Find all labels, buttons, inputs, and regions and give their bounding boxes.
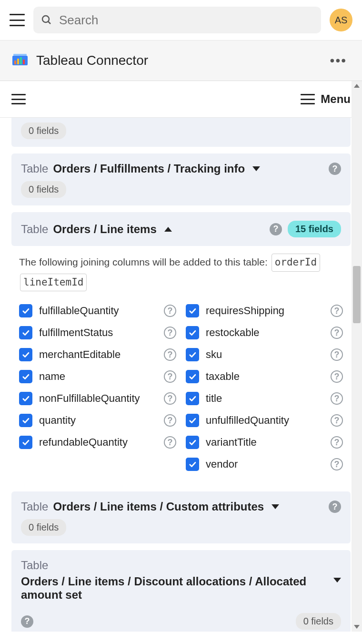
field-label: sku	[206, 348, 324, 361]
help-icon[interactable]: ?	[329, 163, 341, 175]
scrollbar-thumb[interactable]	[353, 266, 361, 323]
scroll-up-arrow-icon[interactable]	[352, 81, 362, 91]
field-count-badge: 0 fields	[21, 519, 66, 536]
field-checkbox[interactable]	[186, 436, 199, 449]
field-row: nonFulfillableQuantity?	[19, 388, 176, 409]
help-icon[interactable]: ?	[331, 414, 343, 427]
field-row: quantity?	[19, 409, 176, 431]
help-icon[interactable]: ?	[270, 223, 282, 235]
field-row: name?	[19, 366, 176, 388]
help-icon[interactable]: ?	[331, 458, 343, 470]
help-icon[interactable]: ?	[164, 436, 176, 449]
app-bar: Tableau Connector •••	[0, 40, 362, 81]
field-label: variantTitle	[206, 436, 324, 449]
svg-rect-5	[20, 57, 22, 64]
field-checkbox[interactable]	[19, 436, 32, 449]
table-header[interactable]: Table Orders / Fulfillments / Tracking i…	[11, 153, 351, 181]
field-row: sku?	[186, 344, 343, 366]
top-header: AS	[0, 0, 362, 40]
help-icon[interactable]: ?	[331, 327, 343, 339]
field-row: fulfillmentStatus?	[19, 322, 176, 344]
help-icon[interactable]: ?	[164, 392, 176, 405]
tables-area: 0 fields Table Orders / Fulfillments / T…	[0, 118, 362, 632]
field-count-badge: 0 fields	[296, 613, 341, 630]
help-icon[interactable]: ?	[164, 305, 176, 317]
join-columns-note: The following joining columns will be ad…	[17, 253, 345, 298]
search-icon	[41, 14, 52, 26]
svg-line-1	[48, 21, 50, 24]
field-checkbox[interactable]	[19, 414, 32, 427]
help-icon[interactable]: ?	[164, 348, 176, 361]
search-input[interactable]	[59, 13, 313, 28]
help-icon[interactable]: ?	[331, 370, 343, 383]
field-checkbox[interactable]	[19, 370, 32, 383]
help-icon[interactable]: ?	[164, 327, 176, 339]
table-header[interactable]: Table Orders / Line items / Custom attri…	[11, 491, 351, 519]
scroll-down-arrow-icon[interactable]	[352, 622, 362, 632]
help-icon[interactable]: ?	[164, 370, 176, 383]
scrollbar[interactable]	[352, 81, 362, 632]
field-label: restockable	[206, 327, 324, 339]
svg-rect-7	[13, 54, 27, 56]
help-icon[interactable]: ?	[331, 305, 343, 317]
field-label: taxable	[206, 370, 324, 383]
help-icon[interactable]: ?	[331, 348, 343, 361]
field-label: nonFulfillableQuantity	[39, 392, 157, 405]
svg-rect-3	[14, 61, 16, 64]
field-label: name	[39, 370, 157, 383]
scrollbar-track[interactable]	[352, 91, 362, 622]
help-icon[interactable]: ?	[331, 392, 343, 405]
field-checkbox[interactable]	[19, 304, 32, 317]
field-row: restockable?	[186, 322, 343, 344]
main-menu-icon[interactable]	[10, 14, 25, 26]
avatar[interactable]: AS	[330, 9, 352, 31]
field-checkbox[interactable]	[186, 348, 199, 361]
field-label: requiresShipping	[206, 305, 324, 317]
field-checkbox[interactable]	[186, 414, 199, 427]
field-label: unfulfilledQuantity	[206, 414, 324, 427]
field-count-badge: 0 fields	[21, 181, 66, 198]
field-checkbox[interactable]	[186, 326, 199, 339]
content-pane: Menu 0 fields Table Orders / Fulfillment…	[0, 81, 362, 632]
field-checkbox[interactable]	[19, 326, 32, 339]
field-checkbox[interactable]	[19, 392, 32, 405]
content-scroll-wrap: Menu 0 fields Table Orders / Fulfillment…	[0, 81, 362, 632]
table-card: 0 fields	[11, 118, 351, 147]
field-row: unfulfilledQuantity?	[186, 409, 343, 431]
field-checkbox[interactable]	[186, 370, 199, 383]
svg-point-0	[42, 16, 49, 22]
field-checkbox[interactable]	[186, 458, 199, 471]
join-column-chip: orderId	[272, 254, 321, 272]
field-row: title?	[186, 388, 343, 409]
help-icon[interactable]: ?	[331, 436, 343, 449]
table-header[interactable]: Table Orders / Line items / Discount all…	[11, 550, 351, 607]
table-header[interactable]: Table Orders / Line items ? 15 fields	[11, 212, 351, 246]
field-checkbox[interactable]	[186, 304, 199, 317]
table-name: Orders / Line items / Discount allocatio…	[21, 575, 306, 601]
table-expanded-body: The following joining columns will be ad…	[11, 246, 351, 485]
chevron-down-icon	[272, 504, 279, 509]
app-icon	[11, 52, 29, 69]
field-row: requiresShipping?	[186, 300, 343, 322]
help-icon[interactable]: ?	[164, 414, 176, 427]
field-row: fulfillableQuantity?	[19, 300, 176, 322]
fields-column: requiresShipping?restockable?sku?taxable…	[186, 300, 343, 475]
table-prefix: Table	[21, 500, 48, 513]
field-label: vendor	[206, 458, 324, 470]
help-icon[interactable]: ?	[21, 615, 33, 628]
table-card: Table Orders / Line items ? 15 fields	[11, 212, 351, 246]
more-options-icon[interactable]: •••	[326, 53, 351, 68]
field-count-badge: 15 fields	[288, 221, 341, 237]
field-checkbox[interactable]	[186, 392, 199, 405]
field-row: merchantEditable?	[19, 344, 176, 366]
field-checkbox[interactable]	[19, 348, 32, 361]
search-box[interactable]	[33, 7, 321, 33]
secondary-menu-left-icon[interactable]	[11, 94, 26, 104]
menu-button[interactable]: Menu	[301, 92, 351, 106]
svg-rect-6	[23, 60, 25, 64]
field-row: refundableQuantity?	[19, 431, 176, 453]
chevron-down-icon	[252, 166, 260, 171]
help-icon[interactable]: ?	[329, 501, 341, 513]
field-label: merchantEditable	[39, 348, 157, 361]
field-row: taxable?	[186, 366, 343, 388]
